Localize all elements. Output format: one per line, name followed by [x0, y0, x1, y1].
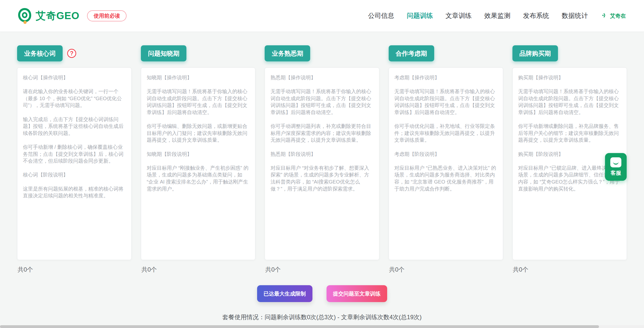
familiarity-textarea[interactable] [266, 69, 378, 259]
nav-publish-system[interactable]: 发布系统 [523, 11, 549, 20]
core-words-count: 共0个 [17, 266, 132, 274]
core-words-head: 业务核心词 ? [17, 45, 132, 61]
plan-usage-text: 套餐使用情况：问题剩余训练数0次(总3次) - 文章剩余训练次数4次(总19次) [0, 313, 644, 321]
familiarity-head: 业务熟悉期 [265, 45, 379, 61]
purchase-count: 共0个 [512, 266, 627, 274]
customer-service-widget[interactable]: 客服 [605, 153, 627, 181]
familiarity-card [265, 67, 379, 260]
stage-column-consideration: 合作考虑期 共0个 [389, 45, 503, 274]
brand[interactable]: 艾奇GEO [18, 8, 79, 24]
consideration-head: 合作考虑期 [389, 45, 503, 61]
brand-name: 艾奇GEO [36, 9, 79, 23]
stage-column-awareness: 问题知晓期 共0个 [141, 45, 255, 274]
consideration-textarea[interactable] [390, 69, 502, 259]
consideration-count: 共0个 [389, 266, 503, 274]
awareness-count: 共0个 [141, 266, 255, 274]
logo-dot [23, 21, 27, 24]
stage-button-purchase[interactable]: 品牌购买期 [512, 45, 558, 61]
awareness-card [141, 67, 255, 260]
brand-logo-icon [18, 8, 32, 24]
core-words-textarea[interactable] [18, 69, 130, 259]
consideration-card [389, 67, 503, 260]
familiarity-count: 共0个 [265, 266, 379, 274]
must-read-pill[interactable]: 使用前必读 [87, 10, 127, 21]
main-nav: 公司信息 问题训练 文章训练 效果监测 发布系统 数据统计 [368, 11, 588, 20]
horizontal-scrollbar-thumb[interactable] [0, 325, 599, 328]
bottom-actions: 已达最大生成限制 提交问题至文章训练 [0, 285, 644, 302]
nav-data-statistics[interactable]: 数据统计 [562, 11, 588, 20]
stage-button-awareness[interactable]: 问题知晓期 [141, 45, 186, 61]
stage-column-core-words: 业务核心词 ? 共0个 [17, 45, 132, 274]
submit-to-article-button[interactable]: 提交问题至文章训练 [327, 285, 387, 302]
awareness-textarea[interactable] [142, 69, 254, 259]
logo-ring-inner [22, 12, 27, 18]
max-limit-button[interactable]: 已达最大生成限制 [257, 285, 312, 302]
horizontal-scrollbar[interactable] [0, 325, 644, 328]
stage-button-core-words[interactable]: 业务核心词 [17, 45, 63, 61]
stage-button-consideration[interactable]: 合作考虑期 [389, 45, 434, 61]
nav-question-training[interactable]: 问题训练 [407, 11, 433, 20]
aiqi-wave-icon [602, 12, 609, 20]
core-words-card [17, 67, 132, 260]
nav-effect-monitoring[interactable]: 效果监测 [484, 11, 510, 20]
awareness-head: 问题知晓期 [141, 45, 255, 61]
customer-service-label: 客服 [611, 169, 621, 176]
chat-bubble-icon [610, 157, 621, 167]
help-icon[interactable]: ? [67, 49, 76, 58]
nav-brand-mini[interactable]: 艾奇在 [602, 12, 626, 20]
nav-brand-mini-label: 艾奇在 [610, 12, 626, 19]
purchase-head: 品牌购买期 [512, 45, 627, 61]
header: 艾奇GEO 使用前必读 公司信息 问题训练 文章训练 效果监测 发布系统 数据统… [0, 0, 644, 32]
nav-article-training[interactable]: 文章训练 [446, 11, 472, 20]
stage-column-familiarity: 业务熟悉期 共0个 [265, 45, 379, 274]
stages-board: 业务核心词 ? 共0个 问题知晓期 共0个 业务熟悉期 共0个 合作考虑期 [0, 32, 644, 274]
nav-company-info[interactable]: 公司信息 [368, 11, 394, 20]
stage-button-familiarity[interactable]: 业务熟悉期 [265, 45, 310, 61]
